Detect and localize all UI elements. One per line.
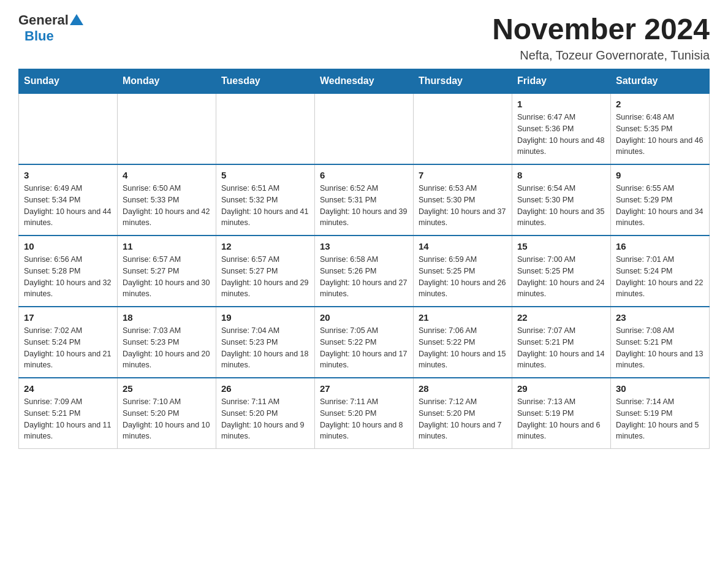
day-number: 26 <box>221 383 309 394</box>
day-info: Sunrise: 6:58 AMSunset: 5:26 PMDaylight:… <box>320 254 408 300</box>
day-info: Sunrise: 7:13 AMSunset: 5:19 PMDaylight:… <box>517 396 605 442</box>
calendar-cell: 8Sunrise: 6:54 AMSunset: 5:30 PMDaylight… <box>512 164 611 236</box>
day-number: 23 <box>616 312 704 323</box>
logo-general-text: General <box>18 12 69 28</box>
day-info: Sunrise: 6:51 AMSunset: 5:32 PMDaylight:… <box>221 183 309 229</box>
day-number: 4 <box>123 170 211 180</box>
page-header: General Blue November 2024 Nefta, Tozeur… <box>18 12 710 63</box>
calendar-cell: 3Sunrise: 6:49 AMSunset: 5:34 PMDaylight… <box>19 164 118 236</box>
calendar-cell <box>216 93 315 164</box>
day-number: 7 <box>419 170 507 180</box>
day-info: Sunrise: 6:52 AMSunset: 5:31 PMDaylight:… <box>320 183 408 229</box>
day-info: Sunrise: 7:10 AMSunset: 5:20 PMDaylight:… <box>123 396 211 442</box>
day-info: Sunrise: 6:50 AMSunset: 5:33 PMDaylight:… <box>123 183 211 229</box>
calendar-cell: 12Sunrise: 6:57 AMSunset: 5:27 PMDayligh… <box>216 236 315 307</box>
calendar-header-saturday: Saturday <box>611 69 710 94</box>
day-number: 12 <box>221 241 309 251</box>
day-info: Sunrise: 6:48 AMSunset: 5:35 PMDaylight:… <box>616 112 704 158</box>
calendar-table: SundayMondayTuesdayWednesdayThursdayFrid… <box>18 69 710 449</box>
calendar-cell: 23Sunrise: 7:08 AMSunset: 5:21 PMDayligh… <box>611 307 710 378</box>
calendar-cell: 20Sunrise: 7:05 AMSunset: 5:22 PMDayligh… <box>315 307 414 378</box>
day-number: 13 <box>320 241 408 251</box>
calendar-week-row: 1Sunrise: 6:47 AMSunset: 5:36 PMDaylight… <box>19 93 710 164</box>
calendar-cell: 6Sunrise: 6:52 AMSunset: 5:31 PMDaylight… <box>315 164 414 236</box>
day-info: Sunrise: 7:05 AMSunset: 5:22 PMDaylight:… <box>320 325 408 371</box>
day-number: 3 <box>24 170 112 180</box>
day-info: Sunrise: 7:04 AMSunset: 5:23 PMDaylight:… <box>221 325 309 371</box>
day-info: Sunrise: 7:08 AMSunset: 5:21 PMDaylight:… <box>616 325 704 371</box>
calendar-header-thursday: Thursday <box>414 69 512 94</box>
calendar-header-row: SundayMondayTuesdayWednesdayThursdayFrid… <box>19 69 710 94</box>
day-info: Sunrise: 6:59 AMSunset: 5:25 PMDaylight:… <box>419 254 507 300</box>
location-subtitle: Nefta, Tozeur Governorate, Tunisia <box>492 48 710 63</box>
day-info: Sunrise: 6:57 AMSunset: 5:27 PMDaylight:… <box>221 254 309 300</box>
day-number: 21 <box>419 312 507 323</box>
day-info: Sunrise: 7:07 AMSunset: 5:21 PMDaylight:… <box>517 325 605 371</box>
day-number: 10 <box>24 241 112 251</box>
logo: General Blue <box>18 12 83 44</box>
calendar-cell: 29Sunrise: 7:13 AMSunset: 5:19 PMDayligh… <box>512 378 611 449</box>
day-info: Sunrise: 6:53 AMSunset: 5:30 PMDaylight:… <box>419 183 507 229</box>
day-info: Sunrise: 7:12 AMSunset: 5:20 PMDaylight:… <box>419 396 507 442</box>
logo-blue-text: Blue <box>25 28 54 44</box>
day-info: Sunrise: 6:47 AMSunset: 5:36 PMDaylight:… <box>517 112 605 158</box>
calendar-cell: 17Sunrise: 7:02 AMSunset: 5:24 PMDayligh… <box>19 307 118 378</box>
calendar-cell: 16Sunrise: 7:01 AMSunset: 5:24 PMDayligh… <box>611 236 710 307</box>
day-number: 19 <box>221 312 309 323</box>
calendar-cell: 2Sunrise: 6:48 AMSunset: 5:35 PMDaylight… <box>611 93 710 164</box>
calendar-header-tuesday: Tuesday <box>216 69 315 94</box>
calendar-header-sunday: Sunday <box>19 69 118 94</box>
calendar-cell: 5Sunrise: 6:51 AMSunset: 5:32 PMDaylight… <box>216 164 315 236</box>
calendar-header-wednesday: Wednesday <box>315 69 414 94</box>
logo-triangle-icon <box>70 13 83 26</box>
calendar-cell: 7Sunrise: 6:53 AMSunset: 5:30 PMDaylight… <box>414 164 512 236</box>
calendar-cell: 1Sunrise: 6:47 AMSunset: 5:36 PMDaylight… <box>512 93 611 164</box>
calendar-cell <box>315 93 414 164</box>
day-info: Sunrise: 6:56 AMSunset: 5:28 PMDaylight:… <box>24 254 112 300</box>
day-number: 18 <box>123 312 211 323</box>
title-area: November 2024 Nefta, Tozeur Governorate,… <box>492 12 710 63</box>
calendar-week-row: 24Sunrise: 7:09 AMSunset: 5:21 PMDayligh… <box>19 378 710 449</box>
day-number: 15 <box>517 241 605 251</box>
calendar-header-friday: Friday <box>512 69 611 94</box>
day-number: 6 <box>320 170 408 180</box>
day-info: Sunrise: 7:03 AMSunset: 5:23 PMDaylight:… <box>123 325 211 371</box>
calendar-cell: 13Sunrise: 6:58 AMSunset: 5:26 PMDayligh… <box>315 236 414 307</box>
day-number: 29 <box>517 383 605 394</box>
day-info: Sunrise: 6:49 AMSunset: 5:34 PMDaylight:… <box>24 183 112 229</box>
calendar-header-monday: Monday <box>118 69 216 94</box>
calendar-cell: 18Sunrise: 7:03 AMSunset: 5:23 PMDayligh… <box>118 307 216 378</box>
day-number: 2 <box>616 99 704 109</box>
day-number: 20 <box>320 312 408 323</box>
calendar-cell <box>19 93 118 164</box>
calendar-cell: 9Sunrise: 6:55 AMSunset: 5:29 PMDaylight… <box>611 164 710 236</box>
calendar-cell: 11Sunrise: 6:57 AMSunset: 5:27 PMDayligh… <box>118 236 216 307</box>
calendar-week-row: 10Sunrise: 6:56 AMSunset: 5:28 PMDayligh… <box>19 236 710 307</box>
calendar-cell: 19Sunrise: 7:04 AMSunset: 5:23 PMDayligh… <box>216 307 315 378</box>
day-number: 28 <box>419 383 507 394</box>
day-number: 5 <box>221 170 309 180</box>
day-info: Sunrise: 6:54 AMSunset: 5:30 PMDaylight:… <box>517 183 605 229</box>
calendar-week-row: 17Sunrise: 7:02 AMSunset: 5:24 PMDayligh… <box>19 307 710 378</box>
day-info: Sunrise: 7:02 AMSunset: 5:24 PMDaylight:… <box>24 325 112 371</box>
day-number: 30 <box>616 383 704 394</box>
day-number: 14 <box>419 241 507 251</box>
calendar-cell <box>118 93 216 164</box>
day-number: 22 <box>517 312 605 323</box>
day-number: 11 <box>123 241 211 251</box>
calendar-week-row: 3Sunrise: 6:49 AMSunset: 5:34 PMDaylight… <box>19 164 710 236</box>
day-info: Sunrise: 7:06 AMSunset: 5:22 PMDaylight:… <box>419 325 507 371</box>
calendar-cell: 30Sunrise: 7:14 AMSunset: 5:19 PMDayligh… <box>611 378 710 449</box>
day-info: Sunrise: 7:09 AMSunset: 5:21 PMDaylight:… <box>24 396 112 442</box>
calendar-cell: 4Sunrise: 6:50 AMSunset: 5:33 PMDaylight… <box>118 164 216 236</box>
calendar-cell <box>414 93 512 164</box>
calendar-cell: 24Sunrise: 7:09 AMSunset: 5:21 PMDayligh… <box>19 378 118 449</box>
day-info: Sunrise: 7:01 AMSunset: 5:24 PMDaylight:… <box>616 254 704 300</box>
calendar-cell: 14Sunrise: 6:59 AMSunset: 5:25 PMDayligh… <box>414 236 512 307</box>
day-number: 25 <box>123 383 211 394</box>
calendar-cell: 10Sunrise: 6:56 AMSunset: 5:28 PMDayligh… <box>19 236 118 307</box>
calendar-cell: 27Sunrise: 7:11 AMSunset: 5:20 PMDayligh… <box>315 378 414 449</box>
day-number: 27 <box>320 383 408 394</box>
month-title: November 2024 <box>492 12 710 46</box>
calendar-cell: 15Sunrise: 7:00 AMSunset: 5:25 PMDayligh… <box>512 236 611 307</box>
